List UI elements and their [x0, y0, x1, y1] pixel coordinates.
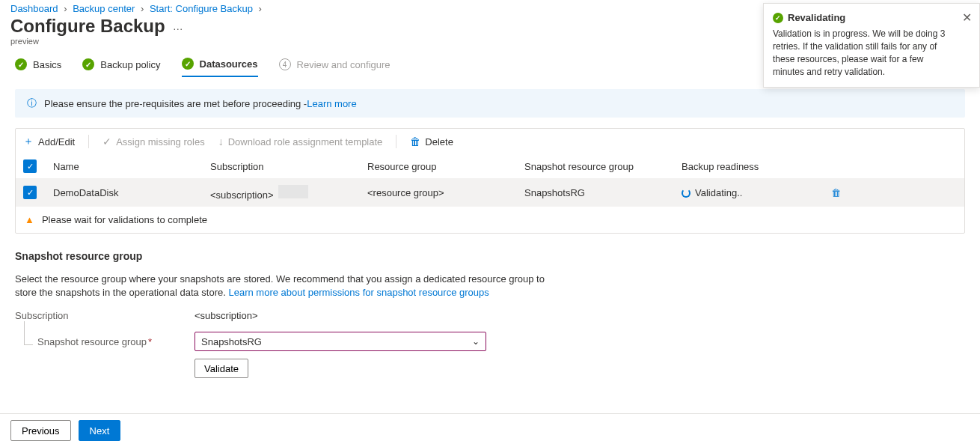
divider	[88, 135, 89, 148]
info-text: Please ensure the pre-requisites are met…	[44, 98, 307, 109]
check-icon	[82, 58, 94, 70]
chevron-right-icon: ›	[141, 3, 144, 14]
breadcrumb-dashboard[interactable]: Dashboard	[10, 3, 58, 14]
row-resource-group: <resource group>	[367, 187, 524, 198]
subscription-value: <subscription>	[195, 310, 258, 321]
learn-more-permissions-link[interactable]: Learn more about permissions for snapsho…	[228, 287, 489, 298]
close-icon[interactable]: ✕	[962, 10, 972, 26]
download-template-button: ↓Download role assignment template	[218, 136, 383, 148]
row-snapshot-rg: SnapshotsRG	[524, 187, 682, 198]
add-edit-button[interactable]: ＋Add/Edit	[23, 135, 75, 148]
check-icon: ✓	[102, 136, 111, 148]
spinner-icon	[682, 189, 690, 198]
next-button[interactable]: Next	[79, 420, 121, 441]
snapshot-rg-label: Snapshot resource group*	[15, 336, 195, 347]
info-banner: ⓘ Please ensure the pre-requisites are m…	[15, 89, 965, 118]
breadcrumb-start-configure[interactable]: Start: Configure Backup	[150, 3, 253, 14]
check-icon	[15, 58, 27, 70]
col-snapshot-rg: Snapshot resource group	[524, 161, 682, 172]
info-icon: ⓘ	[27, 97, 37, 110]
success-icon: ✓	[773, 13, 783, 23]
redacted	[278, 185, 308, 198]
divider	[396, 135, 396, 148]
warning-text: Please wait for validations to complete	[42, 214, 207, 225]
trash-icon: 🗑	[410, 136, 420, 148]
page-title: Configure Backup	[10, 16, 165, 37]
row-name: DemoDataDisk	[53, 187, 210, 198]
plus-icon: ＋	[23, 135, 34, 148]
section-description: Select the resource group where your sna…	[15, 273, 554, 299]
learn-more-link[interactable]: Learn more	[307, 98, 356, 109]
check-icon	[182, 58, 194, 70]
dropdown-value: SnapshotsRG	[201, 336, 262, 347]
col-subscription: Subscription	[210, 161, 367, 172]
chevron-right-icon: ›	[259, 3, 262, 14]
previous-button[interactable]: Previous	[10, 420, 71, 441]
download-icon: ↓	[218, 136, 224, 148]
col-name: Name	[53, 161, 210, 172]
toast-notification: ✕ ✓ Revalidating Validation is in progre…	[763, 3, 980, 88]
step-backup-policy[interactable]: Backup policy	[82, 58, 160, 76]
toast-body: Validation is in progress. We will be do…	[773, 28, 957, 78]
chevron-down-icon: ⌄	[472, 336, 480, 347]
section-title: Snapshot resource group	[15, 250, 965, 262]
subscription-label: Subscription	[15, 310, 195, 321]
tree-line-icon	[24, 321, 33, 345]
row-status: Validating..	[682, 187, 831, 198]
row-checkbox[interactable]: ✓	[23, 186, 37, 199]
validate-button[interactable]: Validate	[195, 359, 248, 378]
trash-icon[interactable]: 🗑	[831, 187, 854, 198]
step-review: 4 Review and configure	[279, 58, 391, 76]
select-all-checkbox[interactable]: ✓	[23, 159, 37, 173]
col-backup-readiness: Backup readiness	[682, 161, 831, 172]
table-row[interactable]: ✓ DemoDataDisk <subscription> <resource …	[16, 178, 964, 207]
step-basics[interactable]: Basics	[15, 58, 61, 76]
warning-icon: ▲	[25, 214, 34, 225]
row-subscription: <subscription>	[210, 185, 367, 201]
snapshot-rg-dropdown[interactable]: SnapshotsRG ⌄	[195, 332, 486, 351]
step-number-icon: 4	[279, 58, 291, 70]
chevron-right-icon: ›	[64, 3, 67, 14]
more-icon[interactable]: …	[173, 20, 185, 32]
assign-roles-button: ✓Assign missing roles	[102, 136, 205, 148]
delete-button[interactable]: 🗑Delete	[410, 136, 453, 148]
col-resource-group: Resource group	[367, 161, 524, 172]
toast-title: Revalidating	[788, 11, 845, 25]
datasource-table: ＋Add/Edit ✓Assign missing roles ↓Downloa…	[15, 128, 965, 234]
breadcrumb-backup-center[interactable]: Backup center	[73, 3, 135, 14]
step-datasources[interactable]: Datasources	[182, 58, 258, 77]
